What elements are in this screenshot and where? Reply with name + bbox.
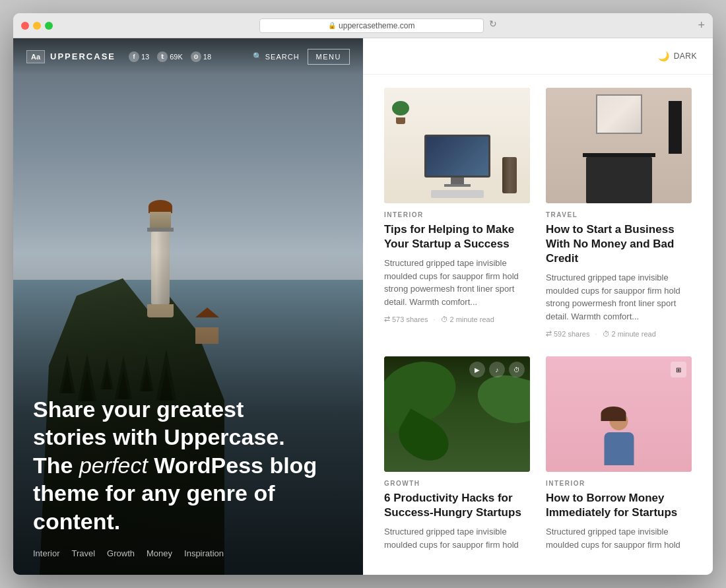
read-time-text-1: 2 minute read bbox=[450, 315, 494, 323]
shares-2: ⇄ 592 shares bbox=[546, 329, 589, 338]
instagram-icon: ⊙ bbox=[191, 51, 201, 62]
hero-headline: Share your greatest stories with Upperca… bbox=[33, 395, 323, 536]
person-image-icon: ⊞ bbox=[671, 362, 686, 377]
meta-dot-1: · bbox=[433, 315, 435, 323]
browser-window: 🔒 uppercasetheme.com ↻ + bbox=[13, 13, 713, 575]
article-thumb-1[interactable] bbox=[384, 88, 530, 203]
keyboard bbox=[431, 190, 484, 198]
lock-icon: 🔒 bbox=[328, 22, 336, 29]
speaker bbox=[502, 157, 517, 193]
url-text: uppercasetheme.com bbox=[339, 21, 414, 30]
articles-grid: INTERIOR Tips for Helping to Make Your S… bbox=[363, 75, 713, 575]
leaf-2 bbox=[473, 369, 530, 430]
vanity-top bbox=[583, 153, 655, 157]
hero-panel: Aa UPPERCASE f 13 𝕥 69K ⊙ 18 bbox=[13, 38, 363, 575]
moon-icon: 🌙 bbox=[658, 51, 670, 61]
right-panel: 🌙 DARK bbox=[363, 38, 713, 575]
play-icon[interactable]: ▶ bbox=[469, 362, 485, 377]
article-title-3[interactable]: 6 Productivity Hacks for Success-Hungry … bbox=[384, 491, 530, 520]
share-icon-1: ⇄ bbox=[384, 315, 390, 323]
person-figure bbox=[604, 412, 634, 465]
clock-icon-thumb: ⏱ bbox=[509, 362, 525, 377]
search-label: SEARCH bbox=[265, 53, 300, 61]
instagram-link[interactable]: ⊙ 18 bbox=[191, 51, 211, 62]
shares-1: ⇄ 573 shares bbox=[384, 315, 428, 323]
article-category-1: INTERIOR bbox=[384, 211, 530, 218]
tag-growth[interactable]: Growth bbox=[107, 548, 135, 558]
article-meta-1: ⇄ 573 shares · ⏱ 2 minute read bbox=[384, 315, 530, 323]
article-card-3: ▶ ♪ ⏱ GROWTH 6 Productivity Hacks for Su… bbox=[376, 356, 538, 575]
article-excerpt-1: Structured gripped tape invisible moulde… bbox=[384, 257, 530, 308]
close-button[interactable] bbox=[21, 22, 29, 30]
article-card-1: INTERIOR Tips for Helping to Make Your S… bbox=[376, 88, 538, 356]
article-title-2[interactable]: How to Start a Business With No Money an… bbox=[546, 222, 692, 266]
dark-label: DARK bbox=[674, 51, 697, 61]
twitter-link[interactable]: 𝕥 69K bbox=[157, 51, 183, 62]
facebook-icon: f bbox=[129, 51, 139, 62]
read-time-1: ⏱ 2 minute read bbox=[441, 315, 494, 323]
meta-dot-2: · bbox=[595, 330, 597, 338]
browser-titlebar: 🔒 uppercasetheme.com ↻ + bbox=[13, 13, 713, 38]
browser-content: Aa UPPERCASE f 13 𝕥 69K ⊙ 18 bbox=[13, 38, 713, 575]
tag-travel[interactable]: Travel bbox=[71, 548, 95, 558]
article-thumb-3[interactable]: ▶ ♪ ⏱ bbox=[384, 356, 530, 472]
dark-mode-button[interactable]: 🌙 DARK bbox=[658, 51, 697, 61]
tag-money[interactable]: Money bbox=[147, 548, 172, 558]
logo-box: Aa bbox=[26, 50, 45, 63]
new-tab-button[interactable]: + bbox=[698, 18, 705, 32]
article-category-4: INTERIOR bbox=[546, 480, 692, 487]
fullscreen-button[interactable] bbox=[45, 22, 53, 30]
article-excerpt-2: Structured gripped tape invisible moulde… bbox=[546, 271, 692, 323]
instagram-count: 18 bbox=[203, 53, 211, 61]
share-icon-2: ⇄ bbox=[546, 329, 552, 338]
hero-nav: Aa UPPERCASE f 13 𝕥 69K ⊙ 18 bbox=[13, 38, 363, 75]
facebook-count: 13 bbox=[141, 53, 149, 61]
plant-decoration bbox=[394, 101, 407, 124]
article-category-2: TRAVEL bbox=[546, 211, 692, 218]
twitter-count: 69K bbox=[170, 53, 183, 61]
plant-pot bbox=[396, 117, 405, 124]
monitor-screen bbox=[424, 135, 490, 178]
article-excerpt-3: Structured gripped tape invisible moulde… bbox=[384, 525, 530, 551]
sound-icon[interactable]: ♪ bbox=[489, 362, 505, 377]
bathroom-scene bbox=[546, 88, 692, 203]
article-title-4[interactable]: How to Borrow Money Immediately for Star… bbox=[546, 491, 692, 520]
person-body bbox=[604, 432, 634, 465]
url-input[interactable]: 🔒 uppercasetheme.com bbox=[259, 18, 484, 33]
right-topbar: 🌙 DARK bbox=[363, 38, 713, 75]
tag-inspiration[interactable]: Inspiration bbox=[184, 548, 224, 558]
monitor-stand bbox=[451, 178, 464, 184]
person-scene: ⊞ bbox=[546, 356, 692, 472]
social-icons: f 13 𝕥 69K ⊙ 18 bbox=[129, 51, 253, 62]
article-thumb-2[interactable] bbox=[546, 88, 692, 203]
headline-italic: perfect bbox=[79, 453, 148, 478]
monitor-group bbox=[424, 135, 490, 187]
search-button[interactable]: 🔍 SEARCH bbox=[253, 52, 300, 61]
mirror bbox=[596, 94, 642, 134]
article-thumb-4[interactable]: ⊞ bbox=[546, 356, 692, 472]
address-bar: 🔒 uppercasetheme.com ↻ bbox=[63, 18, 692, 33]
logo-text[interactable]: UPPERCASE bbox=[50, 51, 116, 61]
vanity bbox=[586, 157, 652, 203]
shelf bbox=[669, 101, 682, 154]
tag-interior[interactable]: Interior bbox=[33, 548, 59, 558]
clock-icon-1: ⏱ bbox=[441, 315, 448, 323]
reload-button[interactable]: ↻ bbox=[489, 18, 497, 33]
menu-button[interactable]: MENU bbox=[308, 49, 350, 65]
article-card-2: TRAVEL How to Start a Business With No M… bbox=[538, 88, 700, 356]
read-time-text-2: 2 minute read bbox=[612, 330, 656, 338]
growth-icons: ▶ ♪ ⏱ bbox=[469, 362, 525, 377]
shares-count-2: 592 shares bbox=[554, 330, 589, 338]
person-head-group bbox=[604, 412, 634, 430]
facebook-link[interactable]: f 13 bbox=[129, 51, 149, 62]
plant-leaves bbox=[392, 101, 409, 115]
twitter-icon: 𝕥 bbox=[157, 51, 168, 62]
hero-content: Share your greatest stories with Upperca… bbox=[13, 376, 363, 575]
article-category-3: GROWTH bbox=[384, 480, 530, 487]
article-title-1[interactable]: Tips for Helping to Make Your Startup a … bbox=[384, 222, 530, 251]
article-meta-2: ⇄ 592 shares · ⏱ 2 minute read bbox=[546, 329, 692, 338]
person-hair bbox=[601, 407, 626, 421]
minimize-button[interactable] bbox=[33, 22, 41, 30]
shares-count-1: 573 shares bbox=[392, 315, 428, 323]
read-time-2: ⏱ 2 minute read bbox=[603, 330, 656, 338]
